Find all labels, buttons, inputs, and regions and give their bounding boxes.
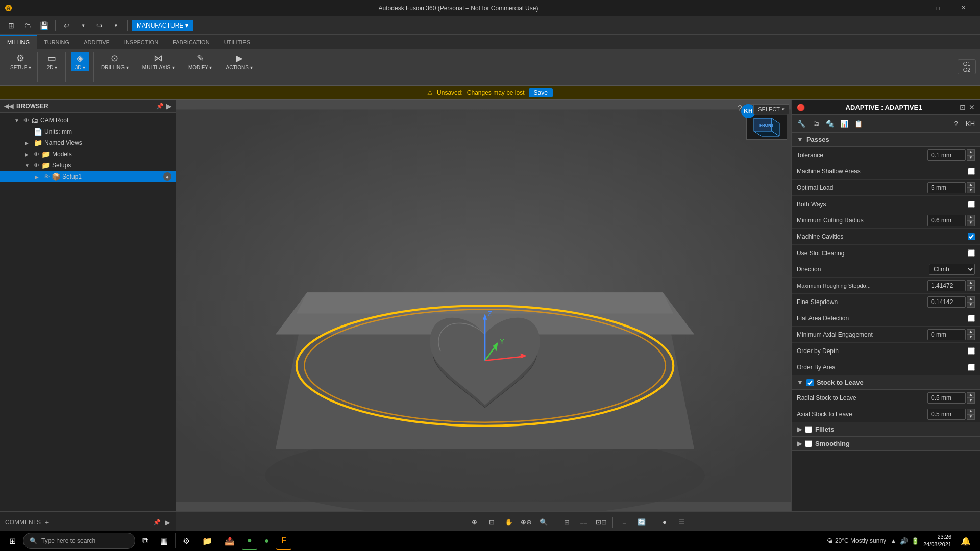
drilling-btn[interactable]: ⊙ DRILLING ▾ xyxy=(99,52,131,71)
comments-pin-icon[interactable]: 📌 xyxy=(153,519,161,526)
panel-settings-btn[interactable]: KH xyxy=(964,117,977,130)
redo-button[interactable]: ↪ xyxy=(92,18,107,33)
fine-stepdown-input[interactable] xyxy=(927,296,966,308)
axial-stock-up[interactable]: ▲ xyxy=(967,409,975,414)
optimal-load-input[interactable] xyxy=(927,182,966,193)
comments-expand-icon[interactable]: ▶ xyxy=(165,518,170,527)
g1g2-btn[interactable]: G1G2 xyxy=(958,59,976,74)
browser-pin-icon[interactable]: 📌 xyxy=(156,103,164,110)
maximize-button[interactable]: □ xyxy=(926,0,949,16)
chrome2-taskbar-btn[interactable]: ● xyxy=(259,532,275,550)
tree-item-units[interactable]: ▶ 📄 Units: mm xyxy=(0,126,176,137)
new-button[interactable]: 🗁 xyxy=(20,18,35,33)
status-list-btn[interactable]: ≡ xyxy=(617,515,631,530)
status-more-btn[interactable]: ☰ xyxy=(675,515,689,530)
status-joints-btn[interactable]: ⊡ xyxy=(484,515,499,530)
fine-stepdown-down[interactable]: ▼ xyxy=(967,302,975,308)
max-roughing-up[interactable]: ▲ xyxy=(967,280,975,286)
explorer-taskbar-btn[interactable]: 📁 xyxy=(197,532,217,550)
smoothing-section-checkbox[interactable] xyxy=(805,440,812,447)
undo-button[interactable]: ↩ xyxy=(60,18,74,33)
machine-cavities-checkbox[interactable] xyxy=(968,233,975,240)
network-icon[interactable]: ▲ xyxy=(890,537,897,545)
setups-eye[interactable]: 👁 xyxy=(34,162,39,168)
notification-btn[interactable]: 🔔 xyxy=(955,532,976,550)
axial-stock-down[interactable]: ▼ xyxy=(967,414,975,420)
panel-tool-3[interactable]: 🔩 xyxy=(823,117,837,130)
tab-turning[interactable]: TURNING xyxy=(37,35,77,49)
modify-btn[interactable]: ✎ MODIFY ▾ xyxy=(186,52,214,71)
min-cutting-radius-down[interactable]: ▼ xyxy=(967,220,975,226)
tab-additive[interactable]: ADDITIVE xyxy=(77,35,117,49)
tree-item-named-views[interactable]: ▶ 📁 Named Views xyxy=(0,137,176,148)
panel-help-btn[interactable]: ? xyxy=(949,117,963,130)
sound-icon[interactable]: 🔊 xyxy=(900,537,908,545)
fillets-section-header[interactable]: ▶ Fillets xyxy=(792,422,980,437)
minimize-button[interactable]: — xyxy=(900,0,924,16)
max-roughing-down[interactable]: ▼ xyxy=(967,286,975,291)
smoothing-section-header[interactable]: ▶ Smoothing xyxy=(792,437,980,451)
save-button[interactable]: 💾 xyxy=(37,18,51,33)
panel-tool-5[interactable]: 📋 xyxy=(852,117,865,130)
stock-section-header[interactable]: ▼ Stock to Leave xyxy=(792,375,980,390)
3d-btn[interactable]: ◈ 3D ▾ xyxy=(71,52,89,71)
taskbar-search[interactable]: 🔍 Type here to search xyxy=(23,533,135,549)
viewport[interactable]: Z Y TOP xyxy=(176,100,791,511)
browser-expand-icon[interactable]: ▶ xyxy=(166,102,172,110)
2d-btn[interactable]: ▭ 2D ▾ xyxy=(43,52,61,71)
models-eye[interactable]: 👁 xyxy=(34,151,39,157)
optimal-load-up[interactable]: ▲ xyxy=(967,182,975,188)
tolerance-up[interactable]: ▲ xyxy=(967,149,975,155)
status-refresh-btn[interactable]: 🔄 xyxy=(634,515,649,530)
actions-btn[interactable]: ▶ ACTIONS ▾ xyxy=(224,52,254,71)
machine-shallow-checkbox[interactable] xyxy=(968,168,975,175)
tree-item-models[interactable]: ▶ 👁 📁 Models xyxy=(0,148,176,160)
settings-taskbar-btn[interactable]: ⚙ xyxy=(178,532,195,550)
radial-stock-input[interactable] xyxy=(927,392,966,404)
status-snap-btn[interactable]: ⊕ xyxy=(467,515,481,530)
fine-stepdown-up[interactable]: ▲ xyxy=(967,296,975,302)
panel-tool-1[interactable]: 🔧 xyxy=(795,117,808,130)
panel-tool-2[interactable]: 🗂 xyxy=(809,117,822,130)
max-roughing-stepdown-input[interactable] xyxy=(927,280,966,291)
status-display-btn[interactable]: ≡≡ xyxy=(577,515,591,530)
stock-section-checkbox[interactable] xyxy=(806,379,814,386)
min-cutting-radius-up[interactable]: ▲ xyxy=(967,215,975,220)
task-view-button[interactable]: ⧉ xyxy=(137,532,153,550)
panel-expand-btn[interactable]: ⊡ xyxy=(960,103,966,111)
min-axial-up[interactable]: ▲ xyxy=(967,329,975,335)
flat-area-detection-checkbox[interactable] xyxy=(968,315,975,322)
panel-tool-4[interactable]: 📊 xyxy=(838,117,851,130)
tree-item-setups[interactable]: ▼ 👁 📁 Setups xyxy=(0,160,176,171)
status-pan-btn[interactable]: ✋ xyxy=(502,515,516,530)
cam-root-arrow[interactable]: ▼ xyxy=(14,118,21,123)
min-axial-engagement-input[interactable] xyxy=(927,329,966,340)
status-zoom-btn[interactable]: 🔍 xyxy=(536,515,551,530)
status-appearance-btn[interactable]: ● xyxy=(657,515,672,530)
tree-item-setup1[interactable]: ▶ 👁 📦 Setup1 ● xyxy=(0,171,176,182)
radial-stock-down[interactable]: ▼ xyxy=(967,398,975,404)
tab-milling[interactable]: MILLING xyxy=(0,35,37,49)
status-grid-btn[interactable]: ⊞ xyxy=(559,515,574,530)
min-cutting-radius-input[interactable] xyxy=(927,215,966,226)
tolerance-input[interactable] xyxy=(927,149,966,161)
browser-collapse-icon[interactable]: ◀◀ xyxy=(4,103,13,110)
start-button[interactable]: ⊞ xyxy=(4,532,21,550)
undo-dropdown[interactable]: ▾ xyxy=(76,18,90,33)
redo-dropdown[interactable]: ▾ xyxy=(109,18,123,33)
setup1-arrow[interactable]: ▶ xyxy=(35,174,42,180)
direction-select[interactable]: Climb Conventional xyxy=(929,264,975,275)
tab-fabrication[interactable]: FABRICATION xyxy=(165,35,217,49)
axial-stock-input[interactable] xyxy=(927,409,966,420)
setup-btn[interactable]: ⚙ SETUP ▾ xyxy=(8,52,33,71)
grid-menu-button[interactable]: ⊞ xyxy=(4,18,18,33)
named-views-arrow[interactable]: ▶ xyxy=(24,140,32,146)
select-button[interactable]: SELECT ▾ xyxy=(753,104,789,114)
status-section-btn[interactable]: ⊡⊡ xyxy=(594,515,608,530)
save-notification-button[interactable]: Save xyxy=(529,88,553,97)
radial-stock-up[interactable]: ▲ xyxy=(967,392,975,398)
tab-utilities[interactable]: UTILITIES xyxy=(217,35,257,49)
multi-axis-btn[interactable]: ⋈ MULTI-AXIS ▾ xyxy=(140,52,177,71)
widgets-button[interactable]: ▦ xyxy=(155,532,173,550)
status-orbit-btn[interactable]: ⊕⊕ xyxy=(519,515,533,530)
